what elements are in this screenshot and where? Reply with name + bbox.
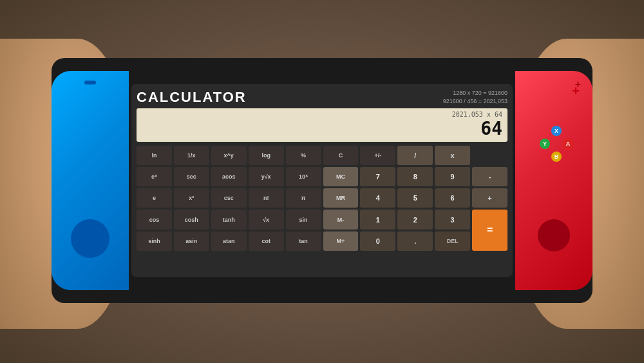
calc-btn-M+[interactable]: M+ [323, 231, 359, 251]
calc-btn-y√x[interactable]: y√x [249, 167, 284, 186]
calc-btn-π[interactable]: π [286, 188, 321, 208]
right-stick[interactable] [538, 219, 570, 251]
calc-btn-n![interactable]: n! [249, 188, 284, 208]
a-button[interactable]: A [563, 139, 573, 149]
calc-btn-x^y[interactable]: x^y [211, 146, 247, 165]
calc-btn-7[interactable]: 7 [360, 167, 395, 186]
calc-btn-log[interactable]: log [249, 146, 284, 165]
calc-btn-/[interactable]: / [397, 146, 433, 165]
joycon-right: + X A B Y [515, 71, 592, 290]
minus-button[interactable]: − [88, 79, 93, 89]
calc-btn-x[interactable]: x [435, 146, 470, 165]
calc-btn-3[interactable]: 3 [435, 210, 470, 229]
calc-btn-√x[interactable]: √x [249, 210, 284, 229]
calc-btn-+/-[interactable]: +/- [360, 146, 395, 165]
calc-btn-x²[interactable]: x² [174, 188, 209, 208]
calc-btn-2[interactable]: 2 [397, 210, 433, 229]
calc-info-line2: 921600 / 456 = 2021,053 [443, 97, 507, 106]
calc-btn-=[interactable]: = [472, 210, 507, 250]
switch-screen: CALCULATOR 1280 x 720 = 921600 921600 / … [131, 84, 513, 277]
calc-btn-tanh[interactable]: tanh [211, 210, 247, 229]
joycon-left: − [52, 71, 129, 290]
calc-btn-.[interactable]: . [397, 231, 433, 251]
calc-btn-10ˣ[interactable]: 10ˣ [286, 167, 321, 186]
calc-btn-6[interactable]: 6 [435, 188, 470, 208]
calc-btn-tan[interactable]: tan [286, 231, 321, 251]
calc-btn-8[interactable]: 8 [397, 167, 433, 186]
calc-btn-9[interactable]: 9 [435, 167, 470, 186]
x-button[interactable]: X [551, 126, 562, 136]
calc-btn-asin[interactable]: asin [174, 231, 209, 251]
calc-btn-4[interactable]: 4 [360, 188, 395, 208]
calculator: CALCULATOR 1280 x 720 = 921600 921600 / … [131, 84, 513, 277]
calc-btn-DEL[interactable]: DEL [435, 231, 470, 251]
calc-title: CALCULATOR [137, 89, 247, 106]
calc-btn-e[interactable]: e [137, 188, 172, 208]
calc-btn-sin[interactable]: sin [286, 210, 321, 229]
calc-btn-cot[interactable]: cot [249, 231, 284, 251]
calc-btn-MR[interactable]: MR [323, 188, 359, 208]
calc-btn-1[interactable]: 1 [360, 210, 395, 229]
calc-btn-eˣ[interactable]: eˣ [137, 167, 172, 186]
b-button[interactable]: B [551, 152, 562, 162]
calc-display: 2021,053 x 64 64 [137, 108, 507, 142]
calc-btn-M-[interactable]: M- [323, 210, 359, 229]
calc-btn-cosh[interactable]: cosh [174, 210, 209, 229]
calc-info-line1: 1280 x 720 = 921600 [443, 89, 507, 97]
switch-body: − CALCULATOR 1280 x 720 = 921600 921600 … [52, 58, 592, 303]
calc-btn-+[interactable]: + [472, 188, 507, 208]
calc-btn-0[interactable]: 0 [360, 231, 395, 251]
calc-btn-cos[interactable]: cos [137, 210, 172, 229]
calc-btn-%[interactable]: % [286, 146, 321, 165]
calc-info: 1280 x 720 = 921600 921600 / 456 = 2021,… [443, 89, 507, 105]
calc-btn-MC[interactable]: MC [323, 167, 359, 186]
calc-btn-csc[interactable]: csc [211, 188, 247, 208]
plus-button[interactable]: + [575, 79, 581, 90]
calc-btn-C[interactable]: C [323, 146, 359, 165]
calc-btn-sec[interactable]: sec [174, 167, 209, 186]
calc-result: 64 [480, 118, 502, 139]
calc-btn-acos[interactable]: acos [211, 167, 247, 186]
calc-btn-1/x[interactable]: 1/x [174, 146, 209, 165]
calc-btn-sinh[interactable]: sinh [137, 231, 172, 251]
calc-btn-atan[interactable]: atan [211, 231, 247, 251]
calc-btn--[interactable]: - [472, 167, 507, 186]
button-grid: ln1/xx^ylog%C+/-/xeˣsecacosy√x10ˣMC789-e… [137, 146, 507, 272]
y-button[interactable]: Y [540, 139, 550, 149]
calc-btn-5[interactable]: 5 [397, 188, 433, 208]
calc-header: CALCULATOR 1280 x 720 = 921600 921600 / … [137, 89, 507, 106]
calc-btn-ln[interactable]: ln [137, 146, 172, 165]
abxy-group: X A B Y [541, 103, 586, 148]
calc-expression: 2021,053 x 64 [452, 111, 502, 118]
